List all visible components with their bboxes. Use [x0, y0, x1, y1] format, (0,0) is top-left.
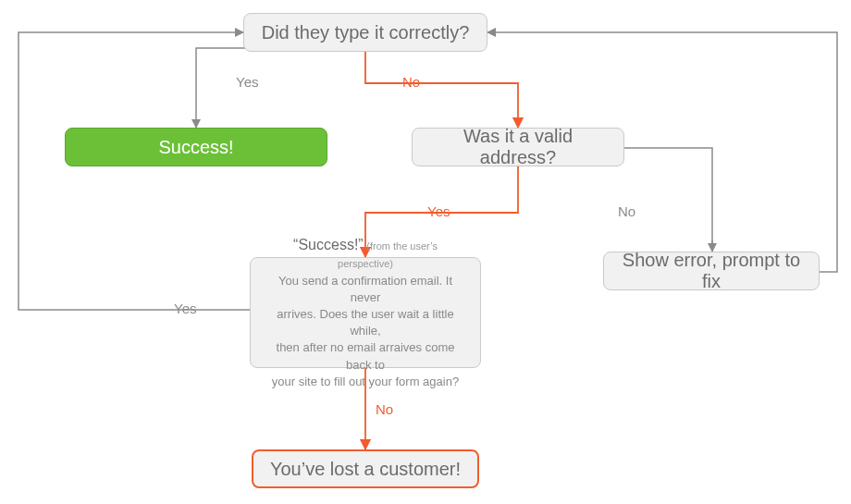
- node-story: “Success!” (from the user’s perspective)…: [250, 257, 481, 368]
- label-valid-yes: Yes: [427, 203, 450, 219]
- node-success: Success!: [65, 128, 327, 166]
- node-typed-correctly: Did they type it correctly?: [243, 13, 487, 52]
- node-success-label: Success!: [158, 137, 233, 158]
- edge-valid-no: [624, 148, 712, 252]
- label-story-yes: Yes: [174, 301, 196, 316]
- label-story-no: No: [376, 401, 393, 417]
- node-lost-customer-label: You’ve lost a customer!: [270, 459, 461, 480]
- node-valid-address-label: Was it a valid address?: [427, 126, 609, 168]
- edge-story-yes: [18, 32, 250, 310]
- edge-typed-no: [365, 48, 518, 128]
- node-valid-address: Was it a valid address?: [412, 128, 624, 166]
- label-valid-no: No: [618, 203, 635, 219]
- label-typed-no: No: [402, 74, 420, 90]
- node-show-error: Show error, prompt to fix: [603, 252, 820, 290]
- node-typed-correctly-label: Did they type it correctly?: [262, 22, 470, 43]
- node-lost-customer: You’ve lost a customer!: [252, 449, 479, 488]
- label-typed-yes: Yes: [236, 74, 258, 90]
- node-story-text: “Success!” (from the user’s perspective)…: [265, 235, 465, 390]
- node-show-error-label: Show error, prompt to fix: [619, 250, 804, 292]
